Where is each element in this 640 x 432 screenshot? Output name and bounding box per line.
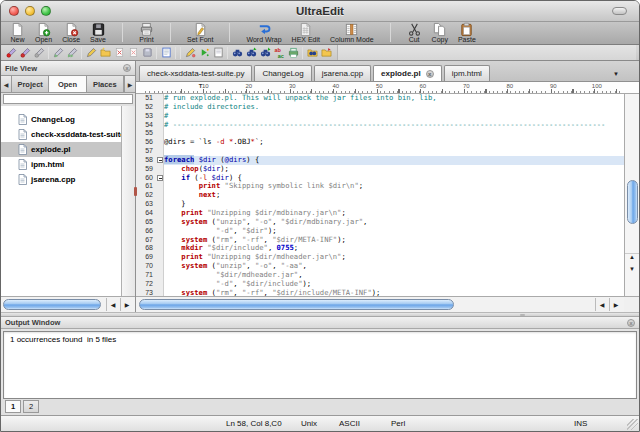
output-splitter[interactable]	[1, 312, 639, 316]
script-run-icon[interactable]	[197, 46, 211, 59]
scroll-right-icon[interactable]: ▶	[609, 298, 622, 311]
editor-hscrollbar[interactable]: ◀ ▶	[136, 296, 624, 312]
file-view-close-icon[interactable]: x	[123, 64, 131, 72]
status-syntax[interactable]: Perl	[391, 419, 405, 428]
file-tabs-scroll-left-icon[interactable]: ◀	[1, 76, 12, 92]
quick-record-icon[interactable]	[84, 46, 98, 59]
code-line-73[interactable]: 73 system ("rm", "-rf", "$dir/include/ME…	[136, 289, 624, 296]
line-number: 63	[136, 200, 157, 209]
file-list-item[interactable]: ChangeLog	[1, 112, 121, 127]
paste-button[interactable]: Paste	[453, 22, 481, 45]
file-list-item[interactable]: explode.pl	[1, 142, 121, 157]
macro-list-icon[interactable]	[159, 46, 173, 59]
macro-open-icon[interactable]	[98, 46, 112, 59]
file-list-hscrollbar[interactable]: ◀ ▶	[1, 296, 135, 312]
hex-edit-button[interactable]: HEX Edit	[287, 22, 325, 45]
file-view-tab-places[interactable]: Places	[87, 76, 124, 92]
line-number: 68	[136, 244, 157, 253]
editor-tab-ipm.html[interactable]: ipm.html	[444, 65, 490, 81]
code-line-54[interactable]: 54# ------------------------------------…	[136, 121, 624, 130]
toolbar-button-label: Print	[139, 36, 153, 44]
toolbar-separator	[180, 47, 181, 59]
file-name: jsarena.cpp	[31, 175, 75, 184]
fold-column	[157, 129, 164, 138]
word-wrap-button[interactable]: Word Wrap	[241, 22, 286, 45]
file-list-vscrollbar[interactable]	[121, 106, 135, 296]
output-tab-2[interactable]: 2	[23, 400, 39, 413]
save-button[interactable]: Save	[85, 22, 111, 45]
editor-tab-check-xsddata-test-suite.py[interactable]: check-xsddata-test-suite.py	[139, 65, 252, 81]
script-list-icon[interactable]	[211, 46, 225, 59]
close-button[interactable]: Close	[57, 22, 85, 45]
find-in-files-icon[interactable]	[305, 46, 319, 59]
toolbar-separator	[175, 47, 176, 59]
macro-record-icon[interactable]	[4, 46, 18, 59]
code-line-56[interactable]: 56@dirs = `ls -d *.OBJ*`;	[136, 138, 624, 147]
cut-button[interactable]: Cut	[402, 22, 427, 45]
file-filter-input[interactable]	[3, 94, 133, 104]
column-mode-button[interactable]: Column Mode	[325, 22, 379, 45]
file-view-tab-project[interactable]: Project	[12, 76, 49, 92]
macro-save-icon[interactable]	[140, 46, 154, 59]
status-line-ending[interactable]: Unix	[301, 419, 317, 428]
close-tab-icon[interactable]: x	[426, 70, 434, 78]
code-area[interactable]: 51# run explode.pl. This will unpack the…	[136, 94, 624, 296]
title-bar[interactable]: UltraEdit	[1, 1, 639, 22]
file-view-tab-open[interactable]: Open	[49, 76, 86, 92]
find-next-icon[interactable]	[244, 46, 258, 59]
resize-grip[interactable]	[627, 419, 638, 430]
scroll-right-icon[interactable]: ▶	[120, 298, 133, 311]
macro-stop-icon[interactable]	[32, 46, 46, 59]
line-number: 57	[136, 147, 157, 156]
fold-collapse-icon[interactable]	[157, 157, 163, 163]
editor-tab-ChangeLog[interactable]: ChangeLog	[254, 65, 311, 81]
toolbar-separator	[390, 23, 391, 42]
document-icon	[18, 127, 27, 142]
file-list-item[interactable]: jsarena.cpp	[1, 172, 121, 187]
scroll-left-icon[interactable]: ◀	[595, 298, 608, 311]
fold-column	[157, 262, 164, 271]
copy-button[interactable]: Copy	[427, 22, 453, 45]
find-icon[interactable]	[230, 46, 244, 59]
file-tabs-scroll-right-icon[interactable]: ▶	[124, 76, 135, 92]
replace-icon[interactable]: abac	[272, 46, 286, 59]
editor-vscrollbar[interactable]: ▲ ▼	[624, 94, 639, 296]
macro-pause-icon[interactable]	[18, 46, 32, 59]
output-window-close-icon[interactable]: x	[627, 319, 635, 327]
open-ftp-icon[interactable]	[319, 46, 333, 59]
toolbar-button-label: Cut	[409, 36, 420, 44]
find-prev-icon[interactable]	[258, 46, 272, 59]
code-line-62[interactable]: 62 next;	[136, 191, 624, 200]
new-button[interactable]: New	[5, 22, 30, 45]
file-list-item[interactable]: check-xsddata-test-suite	[1, 127, 121, 142]
fold-column	[157, 244, 164, 253]
print-button[interactable]: Print	[134, 22, 159, 45]
replace-in-files-icon[interactable]	[286, 46, 300, 59]
status-insert-mode[interactable]: INS	[574, 419, 587, 428]
ruler-number: 20	[245, 83, 252, 89]
svg-text:ac: ac	[277, 53, 283, 58]
line-number: 55	[136, 129, 157, 138]
toolbar-button-label: New	[10, 36, 24, 44]
macro-delete-all-icon[interactable]	[126, 46, 140, 59]
macro-delete-icon[interactable]	[112, 46, 126, 59]
open-button[interactable]: Open	[30, 22, 57, 45]
editor-tab-explode.pl[interactable]: explode.plx	[373, 65, 442, 81]
set-font-button[interactable]: Set Font	[182, 22, 218, 45]
scroll-down-icon[interactable]: ▼	[625, 266, 639, 279]
macro-play-icon[interactable]	[51, 46, 65, 59]
fold-collapse-icon[interactable]	[157, 175, 163, 181]
file-list-item[interactable]: ipm.html	[1, 157, 121, 172]
scroll-left-icon[interactable]: ◀	[106, 298, 119, 311]
output-tab-1[interactable]: 1	[5, 400, 21, 413]
scroll-up-icon[interactable]: ▲	[625, 253, 639, 266]
new-file-icon	[10, 22, 25, 36]
tab-list-dropdown-icon[interactable]: ▼	[613, 71, 619, 77]
macro-play-multiple-icon[interactable]	[65, 46, 79, 59]
script-edit-icon[interactable]	[183, 46, 197, 59]
status-encoding[interactable]: ASCII	[339, 419, 360, 428]
code-line-52[interactable]: 52# include directories.	[136, 103, 624, 112]
fold-column	[157, 156, 164, 165]
editor-tab-jsarena.cpp[interactable]: jsarena.cpp	[314, 65, 371, 81]
toolbar-toggle-button[interactable]	[612, 7, 627, 15]
